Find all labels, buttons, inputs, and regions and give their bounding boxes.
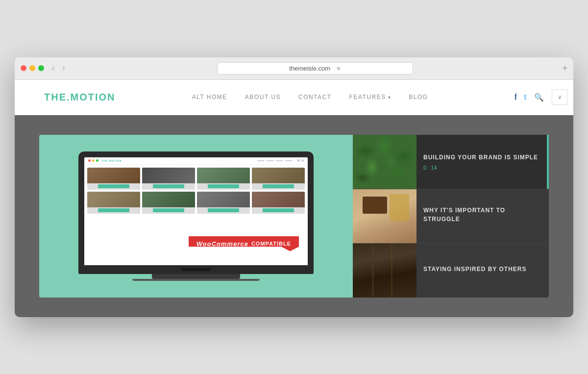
dropdown-chevron-icon: ∨ (558, 94, 562, 100)
video-card-2-info: WHY IT'S IMPORTANT TO STRUGGLE (416, 189, 549, 243)
mini-site-logo: THE.MOTION (101, 159, 122, 162)
leaf-pattern (353, 135, 416, 189)
thumbnail-wood (353, 244, 416, 298)
mini-social-2 (301, 159, 304, 162)
mini-social-icons (297, 159, 304, 162)
minimize-dot[interactable] (29, 65, 35, 71)
video-card-1[interactable]: BUILDING YOUR BRAND IS SIMPLE 0 : 14 (353, 135, 549, 189)
mini-nav-item-4 (285, 160, 293, 161)
mini-product-btn-6 (153, 208, 185, 212)
main-content-grid: THE.MOTION (39, 135, 549, 298)
video-thumbnail-1 (353, 135, 416, 189)
header-dropdown-button[interactable]: ∨ (552, 89, 567, 105)
address-bar[interactable]: themeisle.com ✕ (217, 62, 413, 75)
mini-social-1 (297, 159, 300, 162)
mini-product-img-8 (252, 192, 305, 207)
video-card-3-info: STAYING INSPIRED BY OTHERS (416, 244, 549, 298)
mini-product-img-2 (142, 168, 195, 183)
video-card-2-title: WHY IT'S IMPORTANT TO STRUGGLE (423, 206, 542, 224)
mini-window-dots (88, 159, 98, 162)
video-card-3[interactable]: STAYING INSPIRED BY OTHERS (353, 244, 549, 298)
laptop-showcase: THE.MOTION (39, 135, 353, 298)
mini-product-btn-2 (153, 184, 185, 188)
website-content: THE.MOTION ALT HOME ABOUT US CONTACT FEA… (15, 80, 573, 317)
mini-site-header: THE.MOTION (84, 157, 308, 165)
video-card-1-title: BUILDING YOUR BRAND IS SIMPLE (423, 153, 542, 162)
nav-about-us[interactable]: ABOUT US (245, 94, 281, 100)
search-icon[interactable]: 🔍 (534, 93, 544, 102)
mini-product-btn-7 (208, 208, 240, 212)
video-card-1-time: 0 : 14 (423, 165, 542, 171)
forward-button[interactable]: › (59, 63, 68, 74)
nav-buttons: ‹ › (49, 63, 68, 74)
nav-social: f 𝕥 🔍 (514, 93, 544, 102)
woo-brand-text: WooCommerce (196, 240, 248, 248)
site-header: THE.MOTION ALT HOME ABOUT US CONTACT FEA… (15, 80, 573, 115)
mini-product-btn-1 (98, 184, 130, 188)
site-logo[interactable]: THE.MOTION (44, 92, 116, 103)
nav-features[interactable]: FEATURES ▾ (349, 94, 392, 100)
mini-product-2 (142, 168, 195, 190)
video-card-2[interactable]: WHY IT'S IMPORTANT TO STRUGGLE (353, 189, 549, 244)
mini-nav-bar (257, 160, 293, 161)
woo-compatible-text: COMPATIBLE (251, 241, 291, 247)
url-text: themeisle.com (289, 65, 330, 72)
laptop-base (78, 265, 314, 274)
mini-product-4 (252, 168, 305, 190)
add-tab-button[interactable]: + (562, 63, 567, 74)
mini-product-1 (87, 168, 140, 190)
mini-product-3 (197, 168, 250, 190)
close-dot[interactable] (21, 65, 26, 71)
mini-product-btn-8 (263, 208, 294, 212)
address-bar-container: themeisle.com ✕ (73, 62, 558, 75)
mini-product-img-1 (87, 168, 140, 183)
browser-window: ‹ › themeisle.com ✕ + THE.MOTION ALT HOM… (15, 57, 573, 317)
mini-product-img-7 (197, 192, 250, 207)
mini-product-btn-3 (208, 184, 240, 188)
nav-blog[interactable]: BLOG (409, 94, 428, 100)
mini-product-grid (84, 165, 308, 217)
thumbnail-food (353, 189, 416, 243)
laptop-screen-outer: THE.MOTION (78, 151, 314, 265)
laptop-stand (152, 274, 240, 279)
browser-toolbar: ‹ › themeisle.com ✕ + (15, 57, 573, 80)
thumbnail-plants (353, 135, 416, 189)
laptop-foot (132, 279, 260, 281)
mini-product-btn-4 (263, 184, 294, 188)
nav-alt-home[interactable]: ALT HOME (192, 94, 227, 100)
laptop-screen: THE.MOTION (84, 157, 308, 265)
video-sidebar: BUILDING YOUR BRAND IS SIMPLE 0 : 14 WHY… (353, 135, 549, 298)
mini-product-8 (252, 192, 305, 214)
video-card-1-info: BUILDING YOUR BRAND IS SIMPLE 0 : 14 (416, 135, 549, 189)
window-controls (21, 65, 44, 71)
mini-product-btn-5 (98, 208, 130, 212)
mini-dot-red (88, 159, 91, 162)
mini-nav-item-2 (267, 160, 274, 161)
video-thumbnail-3 (353, 244, 416, 298)
active-indicator (547, 135, 549, 189)
maximize-dot[interactable] (38, 65, 44, 71)
laptop-wrapper: THE.MOTION (78, 151, 314, 281)
mini-dot-yellow (92, 159, 95, 162)
mini-product-5 (87, 192, 140, 214)
laptop-notch (181, 268, 211, 271)
twitter-icon[interactable]: 𝕥 (524, 93, 527, 101)
mini-nav-item-3 (276, 160, 283, 161)
chevron-down-icon: ▾ (388, 95, 392, 100)
site-nav: ALT HOME ABOUT US CONTACT FEATURES ▾ BLO… (192, 94, 428, 100)
mini-product-img-3 (197, 168, 250, 183)
mini-product-img-6 (142, 192, 195, 207)
site-main: THE.MOTION (15, 115, 573, 317)
mini-product-7 (197, 192, 250, 214)
mini-nav-item-1 (257, 160, 265, 161)
mini-product-img-4 (252, 168, 305, 183)
mini-dot-green (96, 159, 98, 162)
mini-product-6 (142, 192, 195, 214)
video-thumbnail-2 (353, 189, 416, 243)
mini-product-img-5 (87, 192, 140, 207)
back-button[interactable]: ‹ (49, 63, 57, 74)
facebook-icon[interactable]: f (514, 93, 517, 101)
nav-contact[interactable]: CONTACT (298, 94, 332, 100)
video-card-3-title: STAYING INSPIRED BY OTHERS (423, 265, 542, 274)
tab-close-icon[interactable]: ✕ (336, 65, 341, 72)
